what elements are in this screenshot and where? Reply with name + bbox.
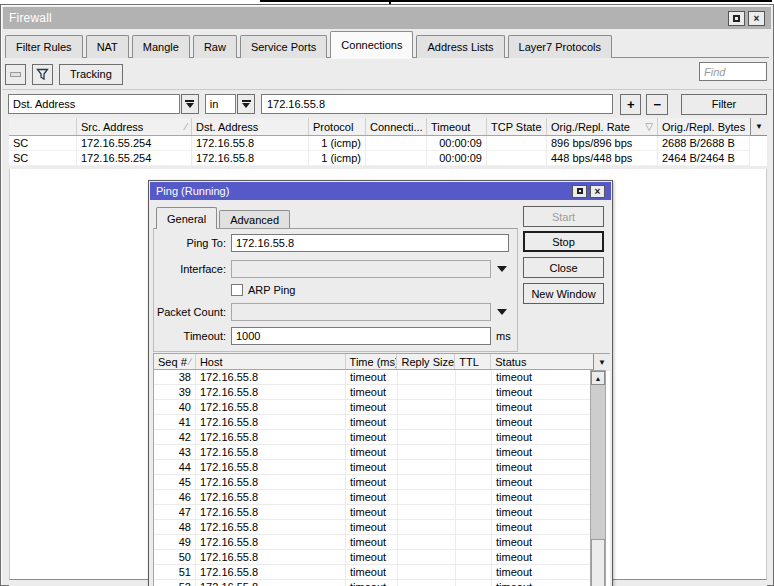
cell-reply	[398, 415, 456, 430]
table-row[interactable]: 42172.16.55.8timeouttimeout	[153, 430, 610, 445]
cell-host: 172.16.55.8	[196, 565, 346, 580]
tab-mangle[interactable]: Mangle	[132, 35, 190, 58]
table-row[interactable]: 51172.16.55.8timeouttimeout	[153, 565, 610, 580]
add-filter-button[interactable]: +	[620, 94, 642, 115]
start-button[interactable]: Start	[523, 206, 604, 227]
close-dialog-button[interactable]: Close	[523, 257, 604, 278]
timeout-input[interactable]	[231, 327, 491, 345]
scroll-up-button[interactable]: ▲	[591, 371, 605, 385]
connections-table-header: Src. Address∕ Dst. Address Protocol Conn…	[9, 118, 767, 136]
cell-tcp_state	[487, 151, 547, 166]
ping-titlebar[interactable]: Ping (Running) ×	[150, 182, 611, 200]
ping-to-input[interactable]	[231, 234, 509, 252]
col-orig-repl-bytes[interactable]: Orig./Repl. Bytes	[658, 118, 750, 135]
cell-rate: 448 bps/448 bps	[547, 151, 658, 166]
column-menu-button[interactable]: ▼	[750, 118, 767, 136]
col-ttl[interactable]: TTL	[455, 354, 491, 369]
apply-filter-button[interactable]: Filter	[681, 94, 767, 115]
col-timeout[interactable]: Timeout	[427, 118, 487, 135]
cell-seq: 46	[154, 490, 196, 505]
col-reply-size[interactable]: Reply Size	[397, 354, 455, 369]
ping-close-button[interactable]: ×	[590, 185, 605, 198]
table-row[interactable]: 40172.16.55.8timeouttimeout	[153, 400, 610, 415]
cell-host: 172.16.55.8	[196, 580, 346, 586]
tab-connections[interactable]: Connections	[330, 31, 413, 58]
ping-tabstrip: General Advanced	[156, 207, 292, 229]
table-row[interactable]: 47172.16.55.8timeouttimeout	[153, 505, 610, 520]
tab-address-lists[interactable]: Address Lists	[416, 35, 504, 58]
table-row[interactable]: 46172.16.55.8timeouttimeout	[153, 490, 610, 505]
new-window-button[interactable]: New Window	[523, 283, 604, 304]
table-row[interactable]: 43172.16.55.8timeouttimeout	[153, 445, 610, 460]
remove-filter-button[interactable]: −	[646, 94, 668, 115]
arp-ping-checkbox[interactable]	[231, 284, 243, 296]
col-connection[interactable]: Connecti...	[366, 118, 427, 135]
table-row[interactable]: 38172.16.55.8timeouttimeout	[153, 370, 610, 385]
table-row[interactable]: SC172.16.55.254172.16.55.81 (icmp)00:00:…	[9, 136, 767, 151]
ping-title: Ping (Running)	[156, 185, 229, 197]
col-dst-address[interactable]: Dst. Address	[192, 118, 309, 135]
ping-tab-advanced[interactable]: Advanced	[219, 210, 290, 229]
table-row[interactable]: 45172.16.55.8timeouttimeout	[153, 475, 610, 490]
table-row[interactable]: 44172.16.55.8timeouttimeout	[153, 460, 610, 475]
table-row[interactable]: SC172.16.55.254172.16.55.81 (icmp)00:00:…	[9, 151, 767, 166]
col-status[interactable]: Status	[491, 354, 593, 369]
cell-dst: 172.16.55.8	[192, 151, 309, 166]
cell-reply	[398, 505, 456, 520]
filter-value-input[interactable]	[261, 94, 613, 114]
col-seq[interactable]: Seq #∕	[154, 354, 196, 369]
table-row[interactable]: 50172.16.55.8timeouttimeout	[153, 550, 610, 565]
cell-bytes: 2464 B/2464 B	[658, 151, 750, 166]
tab-layer7-protocols[interactable]: Layer7 Protocols	[508, 35, 613, 58]
chevron-down-icon: ▼	[598, 358, 606, 367]
filter-field-combo[interactable]: Dst. Address	[8, 94, 180, 114]
tab-raw[interactable]: Raw	[193, 35, 237, 58]
filter-operator-combo[interactable]: in	[205, 94, 237, 114]
col-flags[interactable]	[9, 118, 77, 135]
tab-service-ports[interactable]: Service Ports	[240, 35, 327, 58]
scroll-thumb[interactable]	[591, 539, 605, 586]
cell-reply	[398, 475, 456, 490]
firewall-titlebar[interactable]: Firewall ×	[3, 7, 771, 29]
filter-field-dropdown-icon[interactable]	[181, 94, 199, 114]
close-button[interactable]: ×	[748, 11, 765, 26]
filter-operator-dropdown-icon[interactable]	[237, 94, 255, 114]
cell-host: 172.16.55.8	[196, 370, 346, 385]
ping-column-menu-button[interactable]: ▼	[593, 354, 610, 371]
table-row[interactable]: 41172.16.55.8timeouttimeout	[153, 415, 610, 430]
filter-toggle-button[interactable]	[32, 64, 53, 85]
remove-connection-button[interactable]	[5, 64, 26, 85]
ping-maximize-button[interactable]	[572, 185, 587, 198]
table-row[interactable]: 52172.16.55.8timeouttimeout	[153, 580, 610, 586]
tab-filter-rules[interactable]: Filter Rules	[5, 35, 83, 58]
interface-dropdown-icon[interactable]	[497, 266, 507, 272]
find-input[interactable]	[699, 62, 767, 81]
col-time-ms[interactable]: Time (ms)	[346, 354, 398, 369]
col-host[interactable]: Host	[196, 354, 346, 369]
stop-button[interactable]: Stop	[523, 231, 604, 252]
col-orig-repl-rate[interactable]: Orig./Repl. Rate▽	[547, 118, 658, 135]
cell-ttl	[456, 535, 492, 550]
col-tcp-state[interactable]: TCP State	[487, 118, 547, 135]
cell-ttl	[456, 400, 492, 415]
col-src-address[interactable]: Src. Address∕	[77, 118, 192, 135]
cell-seq: 48	[154, 520, 196, 535]
cell-host: 172.16.55.8	[196, 505, 346, 520]
tab-nat[interactable]: NAT	[86, 35, 129, 58]
cell-reply	[398, 430, 456, 445]
ping-scrollbar[interactable]: ▲	[590, 370, 606, 586]
ping-tab-general[interactable]: General	[156, 207, 217, 229]
packet-count-dropdown-icon[interactable]	[497, 309, 507, 315]
interface-combo[interactable]	[231, 260, 491, 278]
tracking-button[interactable]: Tracking	[59, 64, 123, 85]
table-row[interactable]: 48172.16.55.8timeouttimeout	[153, 520, 610, 535]
table-row[interactable]: 49172.16.55.8timeouttimeout	[153, 535, 610, 550]
cell-ttl	[456, 370, 492, 385]
packet-count-combo[interactable]	[231, 303, 491, 321]
cell-seq: 42	[154, 430, 196, 445]
connections-rows: SC172.16.55.254172.16.55.81 (icmp)00:00:…	[9, 136, 767, 166]
cell-time: timeout	[346, 415, 398, 430]
table-row[interactable]: 39172.16.55.8timeouttimeout	[153, 385, 610, 400]
col-protocol[interactable]: Protocol	[309, 118, 366, 135]
maximize-button[interactable]	[728, 11, 745, 26]
